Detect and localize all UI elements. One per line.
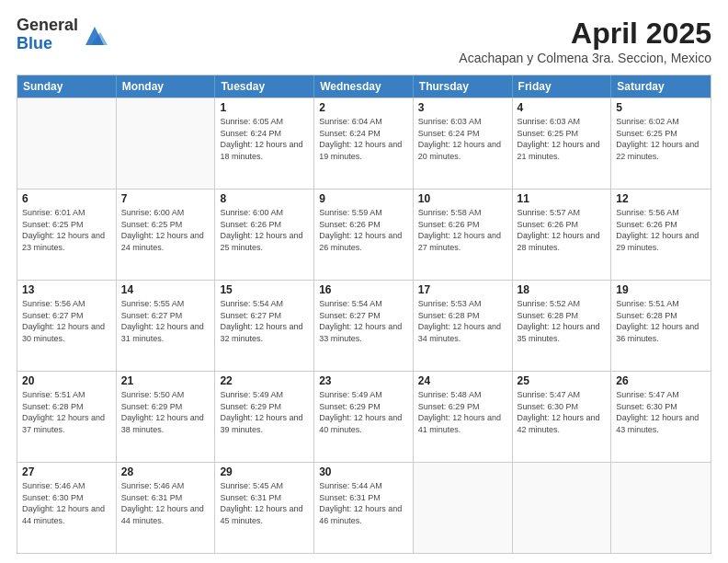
- calendar: SundayMondayTuesdayWednesdayThursdayFrid…: [17, 75, 711, 554]
- day-info: Sunrise: 5:44 AM Sunset: 6:31 PM Dayligh…: [319, 480, 408, 526]
- day-number: 20: [22, 374, 111, 387]
- logo-icon: [82, 23, 108, 49]
- day-info: Sunrise: 5:54 AM Sunset: 6:27 PM Dayligh…: [220, 298, 309, 344]
- main-title: April 2025: [459, 17, 711, 51]
- calendar-row-0: 1Sunrise: 6:05 AM Sunset: 6:24 PM Daylig…: [17, 98, 711, 189]
- day-info: Sunrise: 5:55 AM Sunset: 6:27 PM Dayligh…: [121, 298, 210, 344]
- day-number: 11: [518, 192, 607, 205]
- day-cell-10: 10Sunrise: 5:58 AM Sunset: 6:26 PM Dayli…: [414, 190, 513, 280]
- day-cell-12: 12Sunrise: 5:56 AM Sunset: 6:26 PM Dayli…: [611, 190, 711, 280]
- day-number: 24: [418, 374, 507, 387]
- day-cell-4: 4Sunrise: 6:03 AM Sunset: 6:25 PM Daylig…: [513, 98, 612, 189]
- day-cell-19: 19Sunrise: 5:51 AM Sunset: 6:28 PM Dayli…: [611, 281, 711, 371]
- header-day-tuesday: Tuesday: [215, 75, 314, 98]
- day-number: 22: [220, 374, 309, 387]
- day-info: Sunrise: 6:00 AM Sunset: 6:25 PM Dayligh…: [121, 207, 210, 253]
- day-cell-27: 27Sunrise: 5:46 AM Sunset: 6:30 PM Dayli…: [17, 463, 117, 553]
- day-number: 12: [616, 192, 706, 205]
- day-number: 6: [22, 192, 111, 205]
- logo-blue: Blue: [17, 35, 78, 53]
- header-day-wednesday: Wednesday: [314, 75, 414, 98]
- day-info: Sunrise: 5:52 AM Sunset: 6:28 PM Dayligh…: [518, 298, 607, 344]
- day-cell-17: 17Sunrise: 5:53 AM Sunset: 6:28 PM Dayli…: [414, 281, 513, 371]
- title-block: April 2025 Acachapan y Colmena 3ra. Secc…: [459, 17, 711, 65]
- day-info: Sunrise: 5:56 AM Sunset: 6:26 PM Dayligh…: [616, 207, 706, 253]
- calendar-body: 1Sunrise: 6:05 AM Sunset: 6:24 PM Daylig…: [17, 98, 711, 553]
- day-number: 13: [22, 283, 111, 296]
- day-info: Sunrise: 5:47 AM Sunset: 6:30 PM Dayligh…: [518, 389, 607, 435]
- header-day-saturday: Saturday: [611, 75, 711, 98]
- header-day-monday: Monday: [117, 75, 216, 98]
- logo-text: General Blue: [17, 17, 78, 53]
- day-info: Sunrise: 5:48 AM Sunset: 6:29 PM Dayligh…: [418, 389, 507, 435]
- day-number: 30: [319, 465, 408, 478]
- day-number: 23: [319, 374, 408, 387]
- day-cell-25: 25Sunrise: 5:47 AM Sunset: 6:30 PM Dayli…: [513, 372, 612, 462]
- day-cell-9: 9Sunrise: 5:59 AM Sunset: 6:26 PM Daylig…: [314, 190, 414, 280]
- day-info: Sunrise: 5:57 AM Sunset: 6:26 PM Dayligh…: [518, 207, 607, 253]
- day-cell-21: 21Sunrise: 5:50 AM Sunset: 6:29 PM Dayli…: [117, 372, 216, 462]
- day-cell-1: 1Sunrise: 6:05 AM Sunset: 6:24 PM Daylig…: [215, 98, 314, 189]
- day-number: 16: [319, 283, 408, 296]
- day-number: 25: [518, 374, 607, 387]
- day-info: Sunrise: 6:05 AM Sunset: 6:24 PM Dayligh…: [220, 116, 309, 162]
- day-cell-15: 15Sunrise: 5:54 AM Sunset: 6:27 PM Dayli…: [215, 281, 314, 371]
- page: General Blue April 2025 Acachapan y Colm…: [0, 0, 728, 563]
- day-number: 27: [22, 465, 111, 478]
- day-cell-22: 22Sunrise: 5:49 AM Sunset: 6:29 PM Dayli…: [215, 372, 314, 462]
- day-info: Sunrise: 5:53 AM Sunset: 6:28 PM Dayligh…: [418, 298, 507, 344]
- day-cell-20: 20Sunrise: 5:51 AM Sunset: 6:28 PM Dayli…: [17, 372, 117, 462]
- day-number: 29: [220, 465, 309, 478]
- day-number: 17: [418, 283, 507, 296]
- day-cell-7: 7Sunrise: 6:00 AM Sunset: 6:25 PM Daylig…: [117, 190, 216, 280]
- calendar-row-4: 27Sunrise: 5:46 AM Sunset: 6:30 PM Dayli…: [17, 462, 711, 553]
- header-day-friday: Friday: [513, 75, 612, 98]
- empty-cell: [17, 98, 117, 189]
- day-number: 15: [220, 283, 309, 296]
- day-info: Sunrise: 5:45 AM Sunset: 6:31 PM Dayligh…: [220, 480, 309, 526]
- calendar-row-1: 6Sunrise: 6:01 AM Sunset: 6:25 PM Daylig…: [17, 189, 711, 280]
- logo: General Blue: [17, 17, 108, 53]
- day-info: Sunrise: 5:56 AM Sunset: 6:27 PM Dayligh…: [22, 298, 111, 344]
- calendar-header: SundayMondayTuesdayWednesdayThursdayFrid…: [17, 75, 711, 98]
- day-number: 3: [418, 101, 507, 114]
- day-cell-13: 13Sunrise: 5:56 AM Sunset: 6:27 PM Dayli…: [17, 281, 117, 371]
- day-info: Sunrise: 6:01 AM Sunset: 6:25 PM Dayligh…: [22, 207, 111, 253]
- header-day-sunday: Sunday: [17, 75, 117, 98]
- day-number: 4: [518, 101, 607, 114]
- empty-cell: [611, 463, 711, 553]
- empty-cell: [414, 463, 513, 553]
- day-info: Sunrise: 5:51 AM Sunset: 6:28 PM Dayligh…: [616, 298, 706, 344]
- day-info: Sunrise: 5:58 AM Sunset: 6:26 PM Dayligh…: [418, 207, 507, 253]
- day-number: 19: [616, 283, 706, 296]
- day-cell-16: 16Sunrise: 5:54 AM Sunset: 6:27 PM Dayli…: [314, 281, 414, 371]
- day-cell-18: 18Sunrise: 5:52 AM Sunset: 6:28 PM Dayli…: [513, 281, 612, 371]
- empty-cell: [513, 463, 612, 553]
- day-info: Sunrise: 5:47 AM Sunset: 6:30 PM Dayligh…: [616, 389, 706, 435]
- day-cell-23: 23Sunrise: 5:49 AM Sunset: 6:29 PM Dayli…: [314, 372, 414, 462]
- day-info: Sunrise: 6:02 AM Sunset: 6:25 PM Dayligh…: [616, 116, 706, 162]
- day-info: Sunrise: 6:04 AM Sunset: 6:24 PM Dayligh…: [319, 116, 408, 162]
- day-info: Sunrise: 5:54 AM Sunset: 6:27 PM Dayligh…: [319, 298, 408, 344]
- day-number: 7: [121, 192, 210, 205]
- day-cell-11: 11Sunrise: 5:57 AM Sunset: 6:26 PM Dayli…: [513, 190, 612, 280]
- calendar-row-2: 13Sunrise: 5:56 AM Sunset: 6:27 PM Dayli…: [17, 280, 711, 371]
- day-number: 5: [616, 101, 706, 114]
- subtitle: Acachapan y Colmena 3ra. Seccion, Mexico: [459, 51, 711, 65]
- day-info: Sunrise: 5:59 AM Sunset: 6:26 PM Dayligh…: [319, 207, 408, 253]
- day-info: Sunrise: 5:50 AM Sunset: 6:29 PM Dayligh…: [121, 389, 210, 435]
- day-cell-8: 8Sunrise: 6:00 AM Sunset: 6:26 PM Daylig…: [215, 190, 314, 280]
- logo-general: General: [17, 17, 78, 35]
- day-info: Sunrise: 6:03 AM Sunset: 6:25 PM Dayligh…: [518, 116, 607, 162]
- day-number: 1: [220, 101, 309, 114]
- calendar-row-3: 20Sunrise: 5:51 AM Sunset: 6:28 PM Dayli…: [17, 371, 711, 462]
- header: General Blue April 2025 Acachapan y Colm…: [17, 17, 711, 65]
- day-info: Sunrise: 5:49 AM Sunset: 6:29 PM Dayligh…: [220, 389, 309, 435]
- day-info: Sunrise: 5:46 AM Sunset: 6:30 PM Dayligh…: [22, 480, 111, 526]
- day-cell-6: 6Sunrise: 6:01 AM Sunset: 6:25 PM Daylig…: [17, 190, 117, 280]
- day-number: 14: [121, 283, 210, 296]
- day-number: 18: [518, 283, 607, 296]
- day-cell-24: 24Sunrise: 5:48 AM Sunset: 6:29 PM Dayli…: [414, 372, 513, 462]
- day-number: 8: [220, 192, 309, 205]
- empty-cell: [117, 98, 216, 189]
